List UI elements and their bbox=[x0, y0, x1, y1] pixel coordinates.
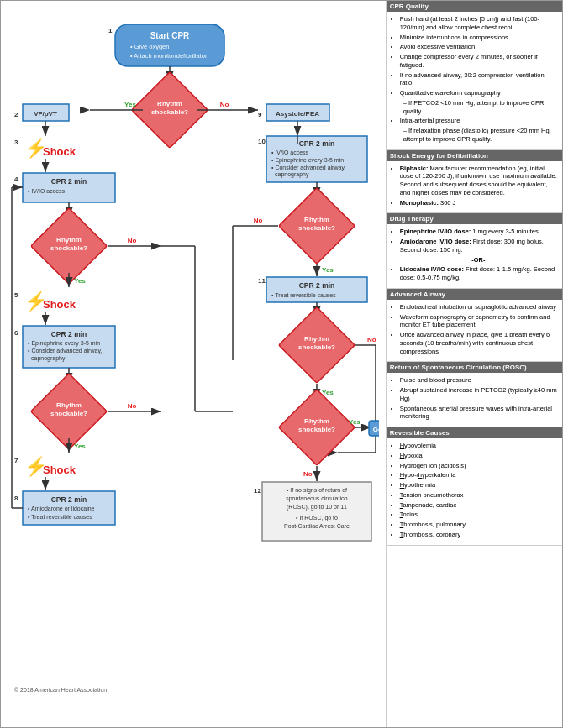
svg-text:3: 3 bbox=[14, 139, 18, 146]
reversible-causes-section: Reversible Causes Hypovolemia Hypoxia Hy… bbox=[387, 427, 562, 546]
reversible-causes-list: Hypovolemia Hypoxia Hydrogen ion (acidos… bbox=[392, 442, 557, 539]
svg-text:No: No bbox=[128, 237, 137, 244]
list-item: Endotracheal intubation or supraglottic … bbox=[400, 303, 557, 312]
rosc-header: Return of Spontaneous Circulation (ROSC) bbox=[387, 362, 562, 373]
svg-text:shockable?: shockable? bbox=[151, 108, 188, 116]
list-item: Spontaneous arterial pressure waves with… bbox=[400, 405, 557, 422]
svg-text:10: 10 bbox=[258, 138, 266, 145]
list-item: Push hard (at least 2 inches [5 cm]) and… bbox=[400, 15, 557, 32]
svg-text:• Treat reversible causes: • Treat reversible causes bbox=[271, 292, 336, 298]
svg-text:4: 4 bbox=[14, 175, 18, 183]
svg-text:• Treat reversible causes: • Treat reversible causes bbox=[28, 514, 92, 520]
svg-text:• Epinephrine every 3-5 min: • Epinephrine every 3-5 min bbox=[28, 340, 100, 347]
svg-text:CPR 2 min: CPR 2 min bbox=[51, 495, 87, 504]
svg-text:9: 9 bbox=[258, 111, 262, 118]
cpr-quality-list: Push hard (at least 2 inches [5 cm]) and… bbox=[392, 15, 557, 144]
svg-text:CPR 2 min: CPR 2 min bbox=[51, 177, 87, 186]
svg-text:© 2018 American Heart Associat: © 2018 American Heart Association bbox=[14, 687, 107, 693]
reversible-causes-header: Reversible Causes bbox=[387, 427, 562, 438]
list-item: Quantitative waveform capnography bbox=[400, 89, 557, 97]
svg-text:Rhythm: Rhythm bbox=[304, 216, 329, 223]
advanced-airway-header: Advanced Airway bbox=[387, 289, 562, 300]
cpr-quality-header: CPR Quality bbox=[387, 1, 562, 12]
svg-text:• Epinephrine every 3-5 min: • Epinephrine every 3-5 min bbox=[271, 157, 344, 164]
list-item: Abrupt sustained increase in PETCO2 (typ… bbox=[400, 386, 557, 403]
svg-text:Go to 5 or 7: Go to 5 or 7 bbox=[373, 426, 379, 433]
info-panel: CPR Quality Push hard (at least 2 inches… bbox=[387, 1, 562, 727]
svg-text:Yes: Yes bbox=[322, 266, 334, 274]
svg-text:shockable?: shockable? bbox=[298, 224, 335, 232]
list-item: Biphasic: Manufacturer recommendation (e… bbox=[400, 165, 557, 197]
list-item: Tamponade, cardiac bbox=[400, 501, 557, 510]
list-item: Monophasic: 360 J bbox=[400, 199, 557, 207]
svg-text:No: No bbox=[128, 402, 137, 410]
svg-text:shockable?: shockable? bbox=[50, 410, 87, 417]
svg-text:No: No bbox=[303, 470, 313, 478]
list-item: Amiodarone IV/IO dose: First dose: 300 m… bbox=[400, 238, 557, 254]
list-item: Toxins bbox=[400, 511, 557, 519]
list-item: Lidocaine IV/IO dose: First dose: 1-1.5 … bbox=[400, 265, 557, 282]
svg-text:No: No bbox=[220, 101, 229, 108]
list-item: Hypothermia bbox=[400, 481, 557, 490]
svg-text:CPR 2 min: CPR 2 min bbox=[51, 330, 87, 338]
list-item: Epinephrine IV/IO dose: 1 mg every 3-5 m… bbox=[400, 228, 557, 236]
svg-text:VF/pVT: VF/pVT bbox=[34, 110, 57, 118]
svg-text:No: No bbox=[254, 217, 263, 224]
list-item: Intra-arterial pressure bbox=[400, 117, 557, 125]
shock-energy-section: Shock Energy for Defibrillation Biphasic… bbox=[387, 150, 562, 214]
rosc-section: Return of Spontaneous Circulation (ROSC)… bbox=[387, 362, 562, 427]
svg-text:8: 8 bbox=[14, 495, 18, 502]
list-item: – If PETCO2 <10 mm Hg, attempt to improv… bbox=[400, 99, 557, 116]
shock-energy-list: Biphasic: Manufacturer recommendation (e… bbox=[392, 165, 557, 207]
drug-therapy-list: Epinephrine IV/IO dose: 1 mg every 3-5 m… bbox=[392, 228, 557, 282]
svg-text:Rhythm: Rhythm bbox=[157, 100, 182, 107]
svg-text:• If no signs of return of: • If no signs of return of bbox=[287, 487, 347, 494]
list-item: Waveform capnography or capnometry to co… bbox=[400, 313, 557, 330]
svg-text:Start CPR: Start CPR bbox=[150, 31, 190, 40]
list-item: Change compressor every 2 minutes, or so… bbox=[400, 53, 557, 70]
shock-energy-header: Shock Energy for Defibrillation bbox=[387, 150, 562, 161]
svg-text:Shock: Shock bbox=[43, 464, 76, 476]
svg-line-121 bbox=[233, 167, 266, 246]
advanced-airway-list: Endotracheal intubation or supraglottic … bbox=[392, 303, 557, 356]
advanced-airway-section: Advanced Airway Endotracheal intubation … bbox=[387, 289, 562, 363]
svg-text:Shock: Shock bbox=[43, 145, 76, 158]
svg-text:shockable?: shockable? bbox=[298, 426, 335, 433]
rosc-list: Pulse and blood pressure Abrupt sustaine… bbox=[392, 376, 557, 421]
svg-text:• Attach monitor/defibrillator: • Attach monitor/defibrillator bbox=[130, 52, 208, 60]
biphasic-label: Biphasic: bbox=[400, 165, 429, 172]
svg-text:Yes: Yes bbox=[124, 101, 136, 108]
monophasic-label: Monophasic: bbox=[400, 199, 439, 207]
svg-text:Rhythm: Rhythm bbox=[56, 236, 82, 244]
svg-text:1: 1 bbox=[108, 27, 113, 34]
drug-therapy-header: Drug Therapy bbox=[387, 213, 562, 224]
svg-text:CPR 2 min: CPR 2 min bbox=[299, 281, 335, 290]
svg-text:• Give oxygen: • Give oxygen bbox=[130, 43, 169, 50]
svg-text:11: 11 bbox=[258, 277, 266, 285]
list-item: Thrombosis, pulmonary bbox=[400, 521, 557, 529]
list-item: If no advanced airway, 30:2 compression-… bbox=[400, 71, 557, 88]
list-item: -OR- bbox=[400, 256, 557, 264]
list-item: Pulse and blood pressure bbox=[400, 376, 557, 385]
svg-text:• Consider advanced airway,: • Consider advanced airway, bbox=[271, 165, 345, 171]
svg-text:• Amiodarone or lidocaine: • Amiodarone or lidocaine bbox=[28, 505, 95, 511]
main-container: Start CPR • Give oxygen • Attach monitor… bbox=[0, 0, 563, 728]
svg-text:(ROSC), go to 10 or 11: (ROSC), go to 10 or 11 bbox=[287, 504, 347, 511]
svg-text:Post-Cardiac Arrest Care: Post-Cardiac Arrest Care bbox=[284, 523, 350, 529]
cpr-quality-section: CPR Quality Push hard (at least 2 inches… bbox=[387, 1, 562, 150]
svg-text:6: 6 bbox=[14, 329, 18, 337]
list-item: Hypoxia bbox=[400, 452, 557, 460]
svg-text:7: 7 bbox=[14, 457, 18, 464]
svg-text:• If ROSC, go to: • If ROSC, go to bbox=[296, 515, 338, 521]
svg-text:Rhythm: Rhythm bbox=[304, 417, 329, 425]
list-item: Hypovolemia bbox=[400, 442, 557, 450]
flowchart-panel: Start CPR • Give oxygen • Attach monitor… bbox=[1, 1, 387, 727]
svg-text:2: 2 bbox=[14, 111, 18, 118]
drug-therapy-section: Drug Therapy Epinephrine IV/IO dose: 1 m… bbox=[387, 213, 562, 289]
svg-text:shockable?: shockable? bbox=[50, 244, 87, 252]
svg-text:shockable?: shockable? bbox=[298, 343, 335, 351]
list-item: – If relaxation phase (diastolic) pressu… bbox=[400, 127, 557, 144]
svg-text:• Consider advanced airway,: • Consider advanced airway, bbox=[28, 348, 102, 354]
svg-text:12: 12 bbox=[254, 487, 261, 495]
svg-text:Rhythm: Rhythm bbox=[304, 335, 329, 343]
